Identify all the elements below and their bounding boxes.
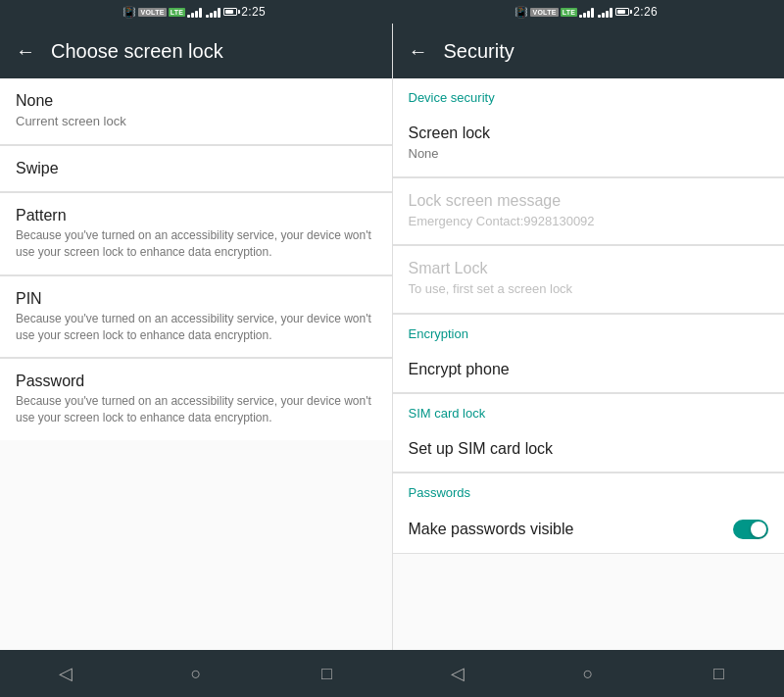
- sim-card-lock-header: SIM card lock: [393, 394, 785, 426]
- encryption-header: Encryption: [393, 315, 785, 347]
- right-nav-bar: ◁ ○ □: [392, 650, 784, 697]
- right-screen: ← Security Device security Screen lock N…: [393, 24, 785, 650]
- right-nav-home[interactable]: ○: [568, 654, 608, 693]
- right-screen-title: Security: [444, 40, 514, 63]
- lock-option-password[interactable]: Password Because you've turned on an acc…: [0, 359, 392, 440]
- left-toolbar: ← Choose screen lock: [0, 24, 392, 78]
- right-nav-back[interactable]: ◁: [438, 654, 477, 693]
- left-screen-title: Choose screen lock: [51, 40, 223, 63]
- lock-option-pattern[interactable]: Pattern Because you've turned on an acce…: [0, 193, 392, 275]
- make-passwords-visible-label: Make passwords visible: [409, 521, 574, 538]
- encrypt-phone-item[interactable]: Encrypt phone: [393, 347, 785, 393]
- right-toolbar: ← Security: [393, 24, 785, 78]
- left-back-button[interactable]: ←: [16, 40, 35, 63]
- left-nav-back[interactable]: ◁: [46, 654, 85, 693]
- right-status-time: 2:26: [633, 5, 658, 19]
- smart-lock-item: Smart Lock To use, first set a screen lo…: [393, 246, 785, 313]
- lock-option-none[interactable]: None Current screen lock: [0, 78, 392, 145]
- right-back-button[interactable]: ←: [409, 40, 428, 63]
- left-screen: ← Choose screen lock None Current screen…: [0, 24, 393, 650]
- make-passwords-visible-toggle[interactable]: [733, 520, 768, 539]
- lock-screen-message-item: Lock screen message Emergency Contact:99…: [393, 178, 785, 245]
- screen-lock-item[interactable]: Screen lock None: [393, 111, 785, 177]
- left-nav-recent[interactable]: □: [307, 654, 346, 693]
- left-nav-home[interactable]: ○: [176, 654, 216, 693]
- left-status-bar: 📳 VOLTE LTE 2:25: [0, 0, 392, 24]
- sim-card-lock-item[interactable]: Set up SIM card lock: [393, 426, 785, 473]
- right-nav-recent[interactable]: □: [699, 654, 738, 693]
- make-passwords-visible-row[interactable]: Make passwords visible: [393, 506, 785, 554]
- navigation-bar: ◁ ○ □ ◁ ○ □: [0, 650, 784, 697]
- device-security-header: Device security: [393, 78, 785, 111]
- left-status-time: 2:25: [241, 5, 266, 19]
- right-status-bar: 📳 VOLTE LTE 2:26: [392, 0, 784, 24]
- left-nav-bar: ◁ ○ □: [0, 650, 392, 697]
- right-content: Device security Screen lock None Lock sc…: [393, 78, 785, 650]
- passwords-header: Passwords: [393, 473, 785, 506]
- lock-option-pin[interactable]: PIN Because you've turned on an accessib…: [0, 276, 392, 359]
- left-content: None Current screen lock Swipe Pattern B…: [0, 78, 392, 650]
- lock-option-swipe[interactable]: Swipe: [0, 146, 392, 192]
